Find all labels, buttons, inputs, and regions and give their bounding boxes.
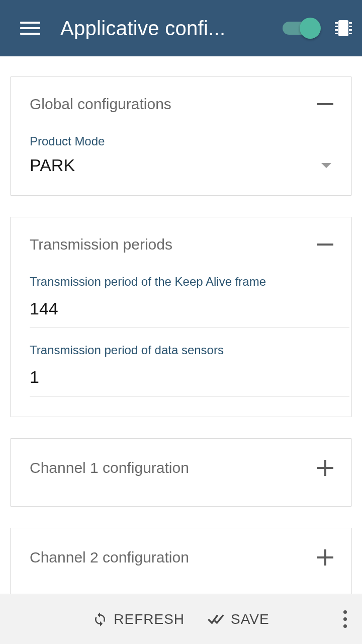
- svg-rect-7: [349, 29, 352, 31]
- refresh-label: REFRESH: [114, 611, 185, 627]
- section-title: Global configurations: [30, 96, 171, 113]
- section-title: Channel 1 configuration: [30, 459, 189, 476]
- section-header-channel-1[interactable]: Channel 1 configuration: [11, 439, 351, 506]
- data-sensors-input[interactable]: [30, 364, 349, 396]
- section-channel-2: Channel 2 configuration: [10, 528, 352, 594]
- data-sensors-label: Transmission period of data sensors: [30, 343, 349, 357]
- product-mode-label: Product Mode: [30, 134, 332, 148]
- svg-rect-4: [335, 33, 338, 34]
- svg-rect-1: [335, 22, 338, 24]
- svg-rect-6: [349, 26, 352, 27]
- content-area: Global configurations Product Mode PARK …: [0, 56, 362, 594]
- svg-rect-15: [324, 549, 326, 566]
- svg-rect-0: [338, 20, 348, 36]
- minus-icon[interactable]: [316, 235, 334, 254]
- section-channel-1: Channel 1 configuration: [10, 438, 352, 507]
- svg-rect-9: [317, 103, 333, 105]
- section-header-channel-2[interactable]: Channel 2 configuration: [11, 528, 351, 594]
- section-body-global: Product Mode PARK: [11, 125, 351, 195]
- product-mode-value: PARK: [30, 155, 75, 175]
- section-transmission-periods: Transmission periods Transmission period…: [10, 217, 352, 417]
- refresh-icon: [93, 612, 108, 627]
- svg-marker-10: [321, 163, 331, 168]
- section-header-global[interactable]: Global configurations: [11, 77, 351, 125]
- product-mode-dropdown[interactable]: PARK: [30, 155, 332, 175]
- svg-rect-8: [349, 33, 352, 34]
- save-label: SAVE: [231, 611, 269, 627]
- keep-alive-input[interactable]: [30, 296, 349, 328]
- save-button[interactable]: SAVE: [208, 611, 269, 627]
- section-header-transmission[interactable]: Transmission periods: [11, 217, 351, 266]
- refresh-button[interactable]: REFRESH: [93, 611, 185, 627]
- bottom-action-bar: REFRESH SAVE: [0, 594, 362, 644]
- svg-rect-5: [349, 22, 352, 24]
- connection-toggle[interactable]: [283, 18, 321, 39]
- keep-alive-label: Transmission period of the Keep Alive fr…: [30, 275, 349, 289]
- plus-icon[interactable]: [316, 459, 334, 477]
- double-check-icon: [208, 612, 225, 627]
- chip-icon[interactable]: [335, 17, 352, 39]
- page-title: Applicative confi...: [60, 17, 283, 40]
- app-bar: Applicative confi...: [0, 0, 362, 56]
- menu-icon[interactable]: [20, 18, 40, 38]
- section-title: Channel 2 configuration: [30, 549, 189, 566]
- svg-rect-3: [335, 29, 338, 31]
- overflow-menu-icon[interactable]: [343, 594, 347, 644]
- svg-rect-2: [335, 26, 338, 27]
- plus-icon[interactable]: [316, 548, 334, 567]
- section-global-configurations: Global configurations Product Mode PARK: [10, 76, 352, 196]
- svg-rect-11: [317, 244, 333, 246]
- chevron-down-icon: [320, 162, 332, 169]
- section-body-transmission: Transmission period of the Keep Alive fr…: [11, 266, 351, 417]
- svg-rect-13: [324, 460, 326, 476]
- section-title: Transmission periods: [30, 236, 172, 253]
- minus-icon[interactable]: [316, 95, 334, 113]
